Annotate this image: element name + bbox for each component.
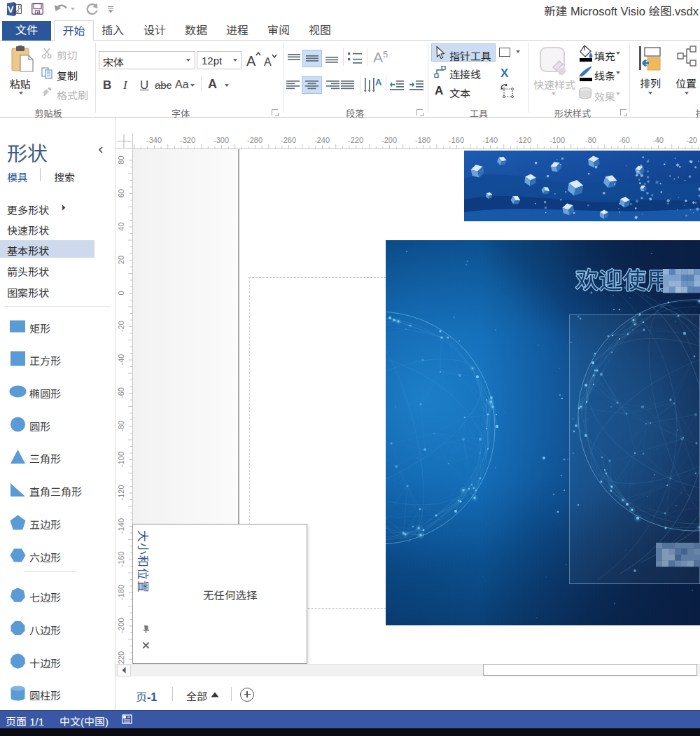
svg-text:-200: -200 bbox=[117, 618, 125, 633]
svg-text:-120: -120 bbox=[117, 485, 125, 500]
svg-text:-320: -320 bbox=[180, 136, 195, 144]
svg-text:-220: -220 bbox=[117, 651, 125, 664]
svg-text:-100: -100 bbox=[117, 452, 125, 467]
svg-text:-100: -100 bbox=[550, 136, 565, 144]
svg-text:20: 20 bbox=[117, 256, 125, 264]
svg-text:-340: -340 bbox=[146, 136, 162, 144]
svg-text:-240: -240 bbox=[314, 136, 330, 144]
svg-text:A: A bbox=[264, 56, 272, 68]
svg-text:-60: -60 bbox=[117, 387, 125, 398]
svg-text:-260: -260 bbox=[281, 136, 296, 144]
svg-text:0: 0 bbox=[117, 291, 125, 295]
svg-text:A: A bbox=[375, 78, 382, 88]
svg-text:欢迎使用: 欢迎使用 bbox=[575, 262, 671, 296]
svg-text:-120: -120 bbox=[516, 136, 531, 144]
svg-text:-140: -140 bbox=[482, 136, 498, 144]
svg-text:-280: -280 bbox=[247, 136, 262, 144]
svg-text:-80: -80 bbox=[585, 136, 596, 144]
svg-text:-40: -40 bbox=[117, 354, 125, 366]
svg-text:-200: -200 bbox=[382, 136, 397, 144]
svg-text:-140: -140 bbox=[117, 518, 125, 534]
svg-text:-20: -20 bbox=[686, 136, 697, 144]
svg-text:80: 80 bbox=[117, 155, 125, 164]
svg-text:-180: -180 bbox=[415, 136, 430, 144]
svg-text:V: V bbox=[8, 4, 14, 15]
svg-text:-60: -60 bbox=[619, 136, 630, 144]
svg-text:-180: -180 bbox=[117, 585, 125, 600]
svg-text:-20: -20 bbox=[117, 321, 125, 332]
svg-text:-220: -220 bbox=[348, 136, 363, 144]
svg-text:-160: -160 bbox=[449, 136, 464, 144]
svg-text:-300: -300 bbox=[214, 136, 229, 144]
svg-text:-40: -40 bbox=[652, 136, 664, 144]
svg-text:40: 40 bbox=[117, 222, 125, 230]
svg-text:60: 60 bbox=[117, 189, 125, 197]
svg-text:A: A bbox=[246, 53, 256, 69]
svg-text:-160: -160 bbox=[117, 551, 125, 567]
svg-text:-80: -80 bbox=[117, 421, 125, 432]
